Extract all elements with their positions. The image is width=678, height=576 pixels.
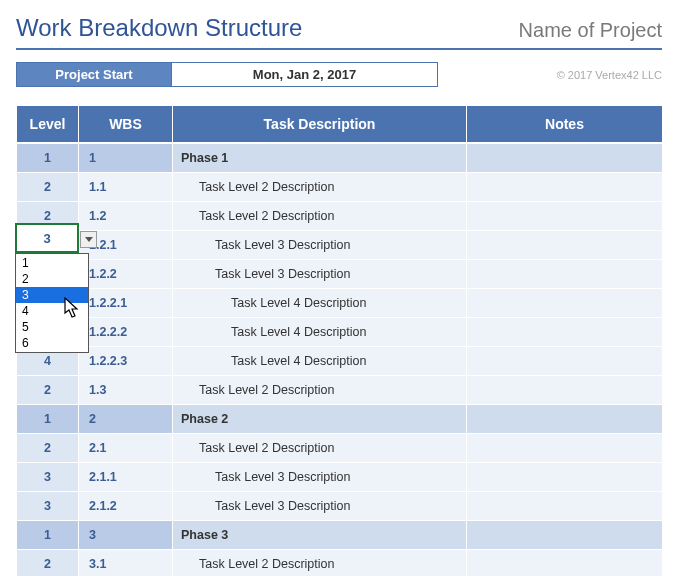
cell-notes[interactable]: [467, 520, 663, 549]
cell-notes[interactable]: [467, 404, 663, 433]
cell-notes[interactable]: [467, 172, 663, 201]
cell-notes[interactable]: [467, 143, 663, 172]
table-row: 11Phase 1: [17, 143, 663, 172]
cell-wbs[interactable]: 2: [79, 404, 173, 433]
cell-desc[interactable]: Task Level 2 Description: [173, 375, 467, 404]
table-row: 22.1Task Level 2 Description: [17, 433, 663, 462]
page-title: Work Breakdown Structure: [16, 14, 302, 42]
table-row: 41.2.2.2Task Level 4 Description: [17, 317, 663, 346]
copyright: © 2017 Vertex42 LLC: [557, 69, 662, 81]
cell-desc[interactable]: Task Level 2 Description: [173, 549, 467, 576]
cell-desc[interactable]: Phase 1: [173, 143, 467, 172]
cell-desc[interactable]: Task Level 2 Description: [173, 201, 467, 230]
cell-notes[interactable]: [467, 259, 663, 288]
cell-wbs[interactable]: 3: [79, 520, 173, 549]
cell-level[interactable]: 2: [17, 172, 79, 201]
table-row: 31.2.1Task Level 3 Description: [17, 230, 663, 259]
cell-notes[interactable]: [467, 491, 663, 520]
cell-desc[interactable]: Phase 3: [173, 520, 467, 549]
dropdown-option[interactable]: 2: [16, 271, 88, 287]
cell-notes[interactable]: [467, 201, 663, 230]
dropdown-option[interactable]: 1: [16, 255, 88, 271]
cell-desc[interactable]: Task Level 3 Description: [173, 491, 467, 520]
table-row: 41.2.2.1Task Level 4 Description: [17, 288, 663, 317]
cell-notes[interactable]: [467, 375, 663, 404]
cell-wbs[interactable]: 1.2.2.2: [79, 317, 173, 346]
cell-wbs[interactable]: 1.2.2.1: [79, 288, 173, 317]
cell-level[interactable]: 3: [17, 462, 79, 491]
dropdown-option[interactable]: 5: [16, 319, 88, 335]
cell-desc[interactable]: Task Level 4 Description: [173, 288, 467, 317]
cell-level[interactable]: 1: [17, 404, 79, 433]
cell-level[interactable]: 2: [17, 549, 79, 576]
cell-wbs[interactable]: 2.1: [79, 433, 173, 462]
cell-wbs[interactable]: 1: [79, 143, 173, 172]
table-row: 21.1Task Level 2 Description: [17, 172, 663, 201]
cell-wbs[interactable]: 2.1.1: [79, 462, 173, 491]
table-row: 32.1.2Task Level 3 Description: [17, 491, 663, 520]
dropdown-option[interactable]: 3: [16, 287, 88, 303]
table-row: 32.1.1Task Level 3 Description: [17, 462, 663, 491]
table-row: 12Phase 2: [17, 404, 663, 433]
col-wbs[interactable]: WBS: [79, 106, 173, 144]
header: Work Breakdown Structure Name of Project: [16, 14, 662, 50]
cell-wbs[interactable]: 2.1.2: [79, 491, 173, 520]
cell-wbs[interactable]: 1.2.2: [79, 259, 173, 288]
dropdown-option[interactable]: 4: [16, 303, 88, 319]
cell-desc[interactable]: Task Level 3 Description: [173, 230, 467, 259]
cell-desc[interactable]: Phase 2: [173, 404, 467, 433]
active-cell-value: 3: [43, 231, 50, 246]
cell-level[interactable]: 2: [17, 375, 79, 404]
cell-wbs[interactable]: 1.2.2.3: [79, 346, 173, 375]
cell-notes[interactable]: [467, 433, 663, 462]
cell-wbs[interactable]: 3.1: [79, 549, 173, 576]
cell-notes[interactable]: [467, 288, 663, 317]
cell-notes[interactable]: [467, 346, 663, 375]
cell-wbs[interactable]: 1.2: [79, 201, 173, 230]
cell-level[interactable]: 3: [17, 491, 79, 520]
cell-desc[interactable]: Task Level 3 Description: [173, 462, 467, 491]
table-row: 13Phase 3: [17, 520, 663, 549]
project-start-row: Project Start Mon, Jan 2, 2017 © 2017 Ve…: [16, 62, 662, 87]
col-desc[interactable]: Task Description: [173, 106, 467, 144]
cell-notes[interactable]: [467, 549, 663, 576]
table-row: 21.3Task Level 2 Description: [17, 375, 663, 404]
cell-desc[interactable]: Task Level 3 Description: [173, 259, 467, 288]
table-row: 41.2.2.3Task Level 4 Description: [17, 346, 663, 375]
project-name: Name of Project: [519, 19, 662, 42]
cell-notes[interactable]: [467, 230, 663, 259]
col-level[interactable]: Level: [17, 106, 79, 144]
cell-level[interactable]: 1: [17, 520, 79, 549]
cell-level[interactable]: 2: [17, 433, 79, 462]
cell-notes[interactable]: [467, 462, 663, 491]
project-start-label: Project Start: [16, 62, 172, 87]
table-row: 23.1Task Level 2 Description: [17, 549, 663, 576]
col-notes[interactable]: Notes: [467, 106, 663, 144]
wbs-table: Level WBS Task Description Notes 11Phase…: [16, 105, 663, 576]
cell-wbs[interactable]: 1.3: [79, 375, 173, 404]
table-row: 31.2.2Task Level 3 Description: [17, 259, 663, 288]
dropdown-option[interactable]: 6: [16, 335, 88, 351]
cell-wbs[interactable]: 1.1: [79, 172, 173, 201]
cell-desc[interactable]: Task Level 4 Description: [173, 346, 467, 375]
table-row: 21.2Task Level 2 Description: [17, 201, 663, 230]
cell-desc[interactable]: Task Level 2 Description: [173, 172, 467, 201]
cell-desc[interactable]: Task Level 4 Description: [173, 317, 467, 346]
table-header-row: Level WBS Task Description Notes: [17, 106, 663, 144]
cell-notes[interactable]: [467, 317, 663, 346]
dropdown-arrow-icon[interactable]: [80, 231, 97, 248]
active-cell[interactable]: 3: [15, 223, 79, 253]
cell-level[interactable]: 1: [17, 143, 79, 172]
cell-desc[interactable]: Task Level 2 Description: [173, 433, 467, 462]
project-start-value[interactable]: Mon, Jan 2, 2017: [172, 62, 438, 87]
level-dropdown[interactable]: 123456: [15, 253, 89, 353]
